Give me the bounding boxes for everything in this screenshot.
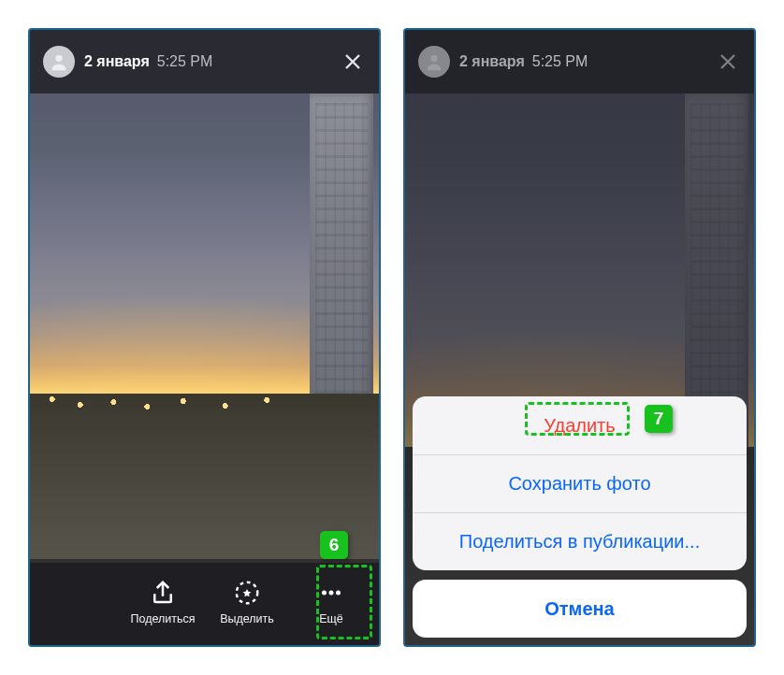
story-date: 2 января [84,53,150,70]
avatar [418,46,450,78]
more-button[interactable]: Ещё [298,579,364,625]
story-time: 5:25 PM [532,53,588,70]
highlight-label: Выделить [220,612,274,625]
story-time: 5:25 PM [157,53,213,70]
share-button[interactable]: Поделиться [130,579,196,625]
cancel-button[interactable]: Отмена [413,580,747,638]
avatar[interactable] [43,46,75,78]
action-sheet-options: Удалить Сохранить фото Поделиться в публ… [413,396,747,570]
share-post-option[interactable]: Поделиться в публикации... [413,512,747,570]
highlight-button[interactable]: Выделить [214,579,280,625]
svg-point-5 [430,55,437,62]
share-icon [149,579,177,607]
share-post-label: Поделиться в публикации... [459,531,700,553]
story-actions-bar: Поделиться Выделить Ещё [30,559,379,645]
close-button[interactable] [336,45,370,79]
share-label: Поделиться [130,612,195,625]
cancel-label: Отмена [544,598,614,620]
save-photo-option[interactable]: Сохранить фото [413,454,747,512]
more-label: Ещё [319,612,343,625]
close-button[interactable] [711,45,745,79]
person-icon [424,51,444,72]
story-viewer-screen: 2 января 5:25 PM Поделиться [28,28,381,647]
more-icon [317,579,345,607]
svg-point-2 [322,591,327,596]
action-sheet: Удалить Сохранить фото Поделиться в публ… [413,396,747,638]
svg-point-0 [55,55,62,62]
highlight-icon [233,579,261,607]
story-header: 2 января 5:25 PM [405,30,754,93]
delete-option[interactable]: Удалить [413,396,747,454]
story-header: 2 января 5:25 PM [30,30,379,93]
svg-point-3 [329,591,334,596]
story-date: 2 января [459,53,525,70]
close-icon [717,50,739,73]
person-icon [49,51,69,72]
close-icon [341,50,364,73]
story-photo [30,93,379,563]
delete-label: Удалить [544,415,615,437]
save-photo-label: Сохранить фото [508,473,650,495]
svg-point-4 [336,591,341,596]
story-actionsheet-screen: 2 января 5:25 PM Удалить Сохранить фото … [403,28,756,647]
